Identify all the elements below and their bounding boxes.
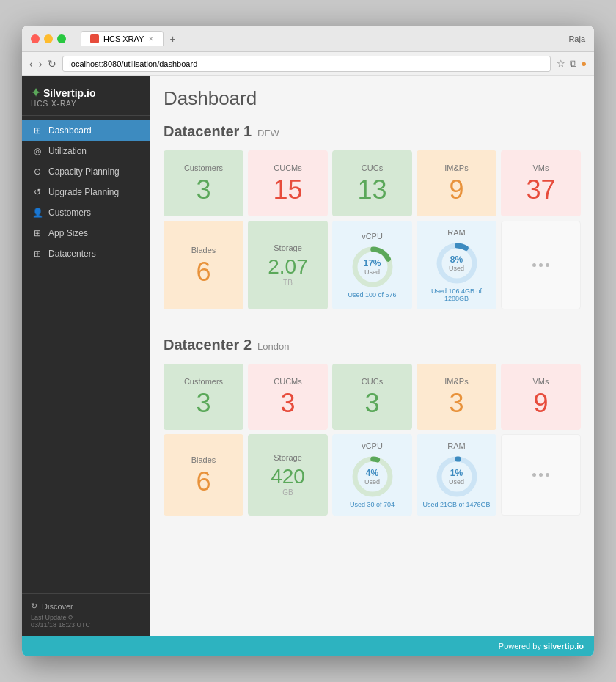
main-content: Dashboard Datacenter 1 DFW Customers 3 C… bbox=[150, 76, 594, 636]
reload-button[interactable]: ↻ bbox=[48, 58, 56, 70]
sidebar-label-upgrade: Upgrade Planning bbox=[48, 187, 119, 197]
datacenter-2-location: London bbox=[257, 341, 289, 352]
traffic-lights bbox=[31, 34, 66, 43]
dc1-vcpu-used-label: Used bbox=[363, 268, 381, 276]
dc1-ram-detail: Used 106.4GB of 1288GB bbox=[422, 287, 491, 302]
dc2-vcpu-label: vCPU bbox=[362, 441, 383, 450]
browser-window: HCS XRAY ✕ + Raja ‹ › ↻ ☆ ⧉ ● ✦ Silverti… bbox=[22, 26, 594, 656]
customers-icon: 👤 bbox=[32, 208, 43, 218]
dot2 bbox=[539, 263, 543, 267]
back-button[interactable]: ‹ bbox=[29, 58, 33, 70]
sidebar-logo: ✦ Silvertip.io HCS X-RAY bbox=[22, 76, 150, 116]
dc2-vms-label: VMs bbox=[533, 377, 549, 386]
maximize-button[interactable] bbox=[57, 34, 66, 43]
logo-main: ✦ Silvertip.io bbox=[31, 86, 142, 100]
dc1-blades-value: 6 bbox=[196, 259, 210, 285]
appsizes-icon: ⊞ bbox=[32, 228, 43, 238]
dc1-vcpu-detail: Used 100 of 576 bbox=[348, 291, 396, 298]
datacenter-2-name: Datacenter 2 bbox=[164, 337, 252, 353]
address-bar[interactable] bbox=[62, 56, 551, 72]
dc2-customers-value: 3 bbox=[196, 390, 210, 417]
sidebar-label-utilization: Utilization bbox=[48, 146, 87, 156]
browser-tab[interactable]: HCS XRAY ✕ bbox=[81, 31, 164, 46]
sidebar-item-dashboard[interactable]: ⊞ Dashboard bbox=[22, 120, 150, 141]
dc2-storage-value: 420 bbox=[271, 466, 305, 487]
dc1-cucms-value: 15 bbox=[273, 177, 302, 203]
dot6 bbox=[546, 473, 549, 477]
sidebar-item-datacenters[interactable]: ⊞ Datacenters bbox=[22, 243, 150, 264]
minimize-button[interactable] bbox=[44, 34, 53, 43]
dc2-ram-pct: 1% bbox=[449, 468, 464, 478]
sidebar-bottom: ↻ Discover Last Update ⟳ 03/11/18 18:23 … bbox=[22, 593, 150, 636]
titlebar: HCS XRAY ✕ + Raja bbox=[22, 26, 594, 52]
dc2-cucms-value: 3 bbox=[280, 390, 295, 417]
dc1-vms-value: 37 bbox=[526, 177, 555, 203]
dc1-ram-center: 8% Used bbox=[449, 254, 464, 272]
sidebar-label-customers: Customers bbox=[48, 208, 91, 218]
dc1-ram-chart: 8% Used bbox=[435, 241, 479, 285]
dot5 bbox=[539, 473, 543, 477]
dc2-customers-card: Customers 3 bbox=[164, 364, 243, 430]
datacenter-1-row1: Customers 3 CUCMs 15 CUCs 13 IM&Ps 9 bbox=[164, 150, 581, 216]
dot1 bbox=[532, 263, 536, 267]
logo-sub: HCS X-RAY bbox=[31, 100, 142, 108]
dc1-cucms-card: CUCMs 15 bbox=[248, 150, 328, 216]
bookmark-icon[interactable]: ☆ bbox=[557, 58, 565, 70]
app-content: ✦ Silvertip.io HCS X-RAY ⊞ Dashboard ◎ U… bbox=[22, 76, 594, 636]
dc2-ram-detail: Used 21GB of 1476GB bbox=[422, 501, 490, 508]
dc2-storage-sub: GB bbox=[282, 488, 293, 496]
dc1-vcpu-center: 17% Used bbox=[363, 258, 381, 276]
datacenter-2-section: Datacenter 2 London Customers 3 CUCMs 3 … bbox=[164, 337, 581, 516]
dc2-vcpu-used-label: Used bbox=[364, 478, 380, 485]
discover-label: Discover bbox=[42, 602, 73, 611]
dc2-vcpu-center: 4% Used bbox=[364, 468, 380, 485]
sidebar-item-utilization[interactable]: ◎ Utilization bbox=[22, 141, 150, 161]
dc1-ram-label: RAM bbox=[447, 228, 465, 237]
dc2-vcpu-detail: Used 30 of 704 bbox=[350, 501, 395, 508]
sidebar-item-upgrade[interactable]: ↺ Upgrade Planning bbox=[22, 182, 150, 202]
dc2-empty-card bbox=[501, 434, 581, 516]
utilization-icon: ◎ bbox=[32, 146, 43, 156]
dc2-imps-card: IM&Ps 3 bbox=[417, 364, 496, 430]
dc1-customers-label: Customers bbox=[184, 164, 223, 172]
datacenter-1-header: Datacenter 1 DFW bbox=[164, 123, 581, 140]
capacity-icon: ⊙ bbox=[32, 166, 43, 177]
forward-button[interactable]: › bbox=[39, 58, 43, 70]
tab-favicon bbox=[90, 34, 99, 43]
dc1-vms-card: VMs 37 bbox=[501, 150, 581, 216]
dc2-vcpu-chart: 4% Used bbox=[351, 455, 395, 499]
datacenter-2-header: Datacenter 2 London bbox=[164, 337, 581, 353]
dc1-customers-card: Customers 3 bbox=[164, 150, 243, 216]
sidebar-item-customers[interactable]: 👤 Customers bbox=[22, 202, 150, 223]
dc1-empty-card bbox=[501, 221, 581, 309]
sidebar-nav: ⊞ Dashboard ◎ Utilization ⊙ Capacity Pla… bbox=[22, 116, 150, 593]
discover-button[interactable]: ↻ Discover bbox=[31, 601, 142, 611]
sidebar-item-appsizes[interactable]: ⊞ App Sizes bbox=[22, 223, 150, 243]
dc2-ram-card: RAM 1% Used Used 21GB of 1476GB bbox=[417, 434, 496, 516]
dc2-vcpu-card: vCPU 4% Used Used 30 of 704 bbox=[332, 434, 412, 516]
last-update: Last Update ⟳ 03/11/18 18:23 UTC bbox=[31, 614, 142, 628]
new-tab-button[interactable]: + bbox=[169, 33, 175, 45]
sidebar-label-dashboard: Dashboard bbox=[48, 125, 92, 136]
close-button[interactable] bbox=[31, 34, 40, 43]
toolbar-icons: ☆ ⧉ ● bbox=[557, 58, 587, 70]
dc2-ram-used-label: Used bbox=[449, 478, 464, 485]
dc1-vms-label: VMs bbox=[533, 164, 549, 172]
dc2-customers-label: Customers bbox=[184, 377, 223, 386]
window-icon[interactable]: ⧉ bbox=[570, 58, 576, 70]
sidebar: ✦ Silvertip.io HCS X-RAY ⊞ Dashboard ◎ U… bbox=[22, 76, 150, 636]
menu-icon[interactable]: ● bbox=[581, 58, 587, 70]
dc2-cucs-label: CUCs bbox=[362, 377, 383, 386]
page-title: Dashboard bbox=[164, 87, 581, 110]
dc1-blades-label: Blades bbox=[191, 246, 216, 254]
sidebar-item-capacity[interactable]: ⊙ Capacity Planning bbox=[22, 161, 150, 182]
dc1-blades-card: Blades 6 bbox=[164, 221, 243, 309]
footer-brand[interactable]: silvertip.io bbox=[543, 642, 584, 650]
dc1-cucms-label: CUCMs bbox=[274, 164, 302, 172]
dc1-cucs-label: CUCs bbox=[362, 164, 383, 172]
dc1-imps-label: IM&Ps bbox=[444, 164, 468, 172]
dc1-imps-card: IM&Ps 9 bbox=[417, 150, 496, 216]
dc1-dots bbox=[532, 229, 549, 301]
datacenter-1-location: DFW bbox=[257, 128, 279, 139]
tab-close-icon[interactable]: ✕ bbox=[148, 35, 154, 43]
